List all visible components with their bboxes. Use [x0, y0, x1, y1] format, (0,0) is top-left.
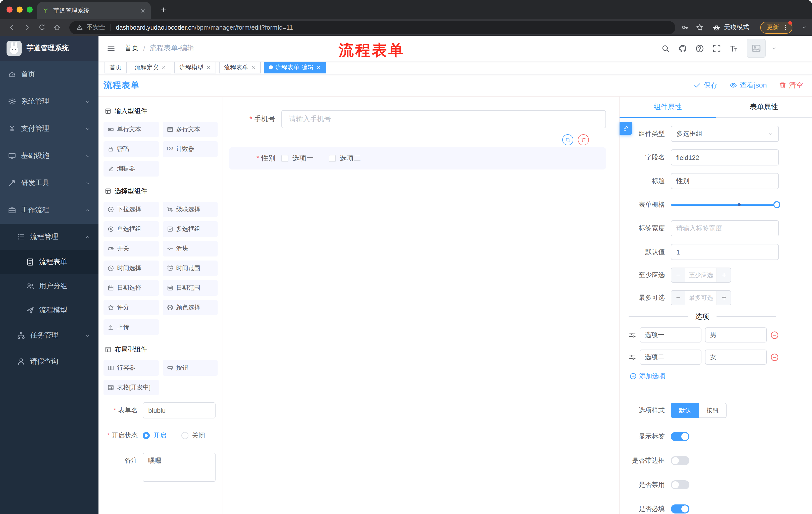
decrease-button[interactable] [671, 268, 685, 282]
back-icon[interactable] [5, 21, 18, 33]
radio-enabled[interactable]: 开启 [143, 431, 166, 440]
sidebar-item-user-group[interactable]: 用户分组 [0, 274, 98, 298]
tab-home[interactable]: 首页 [105, 62, 127, 73]
palette-item-counter[interactable]: 123计数器 [163, 141, 218, 157]
increase-button[interactable] [717, 291, 731, 305]
tab-process-form[interactable]: 流程表单 [219, 62, 261, 73]
option-value-input[interactable]: 女 [705, 350, 767, 364]
fullscreen-icon[interactable] [713, 44, 721, 53]
increase-button[interactable] [717, 268, 731, 282]
tab-process-definition[interactable]: 流程定义 [129, 62, 171, 73]
tab-close-icon[interactable] [140, 8, 146, 13]
window-close-button[interactable] [6, 6, 12, 12]
field-name-input[interactable]: field122 [671, 150, 779, 165]
palette-item-time-picker[interactable]: 时间选择 [104, 261, 158, 276]
forward-icon[interactable] [20, 21, 33, 33]
sidebar-item-task-management[interactable]: 任务管理 [0, 322, 98, 349]
sidebar-item-process-management[interactable]: 流程管理 [0, 224, 98, 250]
palette-item-textarea[interactable]: 多行文本 [163, 122, 218, 137]
phone-input[interactable]: 请输入手机号 [281, 110, 606, 128]
style-default-button[interactable]: 默认 [671, 403, 699, 418]
sidebar-item-process-form[interactable]: 流程表单 [0, 250, 98, 274]
title-input[interactable]: 性别 [671, 173, 779, 189]
palette-item-checkbox-group[interactable]: 多选框组 [163, 221, 218, 237]
canvas[interactable]: 手机号 请输入手机号 性别 [223, 97, 619, 514]
palette-item-editor[interactable]: 编辑器 [104, 161, 158, 177]
decrease-button[interactable] [671, 291, 685, 305]
field-tree-toggle[interactable] [619, 122, 632, 135]
sidebar-item-payment[interactable]: 支付管理 [0, 115, 98, 142]
default-value-input[interactable]: 1 [671, 244, 779, 260]
palette-item-input-text[interactable]: 单行文本 [104, 122, 158, 137]
palette-item-rate[interactable]: 评分 [104, 300, 158, 315]
hamburger-icon[interactable] [107, 44, 116, 53]
checkbox-option-1[interactable]: 选项一 [281, 154, 314, 163]
min-select-value[interactable]: 至少应选 [685, 268, 717, 282]
home-icon[interactable] [50, 21, 63, 33]
sidebar-item-infrastructure[interactable]: 基础设施 [0, 142, 98, 169]
switch-required[interactable] [671, 505, 689, 514]
palette-item-time-range[interactable]: 时间范围 [163, 261, 218, 276]
palette-item-button[interactable]: 按钮 [163, 360, 218, 376]
key-icon[interactable] [682, 24, 689, 31]
component-type-select[interactable]: 多选框组 [671, 126, 779, 142]
save-button[interactable]: 保存 [694, 81, 718, 90]
option-label-input[interactable]: 选项二 [640, 350, 701, 364]
breadcrumb-home[interactable]: 首页 [125, 44, 139, 53]
sidebar-item-home[interactable]: 首页 [0, 61, 98, 88]
palette-item-slider[interactable]: 滑块 [163, 241, 218, 256]
canvas-field-gender[interactable]: 性别 选项一 选项二 [229, 147, 606, 169]
sidebar-item-workflow[interactable]: 工作流程 [0, 197, 98, 224]
view-json-button[interactable]: 查看json [730, 81, 767, 90]
form-name-input[interactable]: biubiu [143, 402, 215, 418]
search-icon[interactable] [661, 44, 670, 53]
add-option-button[interactable]: 添加选项 [630, 372, 779, 381]
browser-overflow-chevron-icon[interactable] [802, 25, 807, 30]
sidebar-item-system[interactable]: 系统管理 [0, 88, 98, 115]
switch-disabled[interactable] [671, 480, 689, 489]
reload-icon[interactable] [35, 21, 48, 33]
browser-menu-icon[interactable] [782, 24, 789, 31]
security-label[interactable]: 不安全 [86, 23, 105, 32]
browser-tab[interactable]: 芋道管理系统 [37, 2, 151, 19]
slider-handle[interactable] [773, 201, 780, 208]
sidebar-item-devtools[interactable]: 研发工具 [0, 169, 98, 197]
remove-option-icon[interactable] [770, 353, 779, 361]
sidebar-item-leave-query[interactable]: 请假查询 [0, 349, 98, 375]
option-value-input[interactable]: 男 [705, 327, 767, 343]
update-label[interactable]: 更新 [767, 23, 779, 32]
remove-option-icon[interactable] [770, 331, 779, 339]
switch-border[interactable] [671, 456, 689, 465]
new-tab-button[interactable] [157, 3, 170, 16]
palette-item-date-picker[interactable]: 日期选择 [104, 280, 158, 296]
palette-item-radio-group[interactable]: 单选框组 [104, 221, 158, 237]
sidebar-logo[interactable]: 芋道管理系统 [0, 36, 98, 61]
palette-item-upload[interactable]: 上传 [104, 319, 158, 335]
tab-process-form-edit[interactable]: 流程表单-编辑 [264, 62, 326, 73]
sidebar-item-process-model[interactable]: 流程模型 [0, 298, 98, 322]
tab-form-props[interactable]: 表单属性 [716, 97, 812, 117]
style-button-button[interactable]: 按钮 [699, 403, 727, 418]
grid-slider[interactable] [671, 197, 779, 213]
clear-button[interactable]: 清空 [779, 81, 803, 90]
max-select-value[interactable]: 最多可选 [685, 291, 717, 305]
checkbox-option-2[interactable]: 选项二 [329, 154, 361, 163]
canvas-field-phone[interactable]: 手机号 请输入手机号 [229, 110, 606, 128]
palette-item-date-range[interactable]: 日期范围 [163, 280, 218, 296]
palette-item-table[interactable]: 表格[开发中] [104, 380, 158, 395]
window-minimize-button[interactable] [17, 6, 23, 12]
update-button[interactable]: 更新 [760, 21, 792, 33]
radio-disabled[interactable]: 关闭 [181, 431, 205, 440]
switch-show-label[interactable] [671, 432, 689, 441]
palette-item-color-picker[interactable]: 颜色选择 [163, 300, 218, 315]
window-zoom-button[interactable] [27, 6, 33, 12]
palette-item-password[interactable]: 密码 [104, 141, 158, 157]
palette-item-switch[interactable]: 开关 [104, 241, 158, 256]
github-icon[interactable] [678, 44, 687, 53]
font-size-icon[interactable] [730, 44, 738, 53]
avatar[interactable] [747, 39, 766, 58]
tab-process-model[interactable]: 流程模型 [174, 62, 216, 73]
help-icon[interactable] [695, 44, 704, 53]
label-width-input[interactable]: 请输入标签宽度 [671, 220, 779, 236]
palette-item-row-container[interactable]: 行容器 [104, 360, 158, 376]
